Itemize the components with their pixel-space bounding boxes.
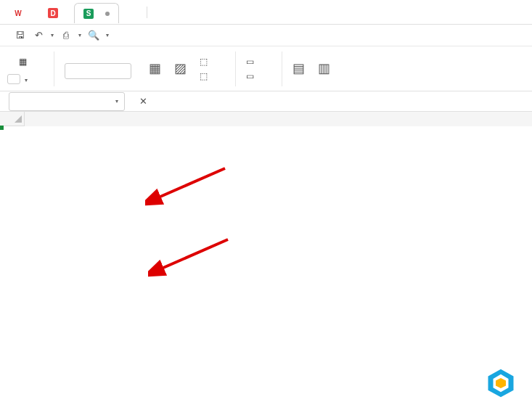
app-tab-workbook[interactable]: S [74,3,119,23]
hide-icon: ▨ [174,60,187,76]
divider [235,52,236,86]
select-all-corner[interactable] [0,112,25,126]
app-tab-wps[interactable]: W [4,3,36,23]
svg-line-0 [155,168,225,199]
group-icon: ▭ [246,57,254,67]
ungroup-button[interactable]: ▭ [246,71,258,81]
pivot-name-button[interactable] [7,74,20,84]
divider [147,7,147,18]
field-settings-icon: ▦ [149,60,161,76]
collapse-button[interactable]: ⬚ [200,71,212,81]
filter-conn-icon: ▥ [318,60,330,76]
name-box[interactable]: ▾ [9,92,125,111]
new-tab-button[interactable] [126,4,142,20]
annotation-arrow-icon [148,235,235,279]
svg-line-1 [158,239,228,270]
print-preview-icon[interactable]: 🔍 [87,29,100,42]
spreadsheet-icon: S [83,9,94,19]
undo-dropdown-icon[interactable]: ▾ [51,32,54,38]
filter-connection-button: ▥ [318,60,330,78]
template-icon: D [48,8,58,18]
divider [54,52,54,86]
print-dropdown-icon[interactable]: ▾ [78,32,81,38]
collapse-icon: ⬚ [200,71,208,81]
expand-icon: ⬚ [200,57,208,67]
slicer-icon: ▤ [292,60,305,76]
ungroup-icon: ▭ [246,71,254,81]
save-icon[interactable]: 🖫 [13,29,26,42]
print-icon[interactable]: ⎙ [60,29,73,42]
insert-slicer-button[interactable]: ▤ [292,60,305,78]
cancel-fx-icon[interactable]: ✕ [136,95,150,108]
group-button[interactable]: ▭ [246,57,258,67]
expand-button[interactable]: ⬚ [200,57,212,67]
fx-icon[interactable] [157,95,170,108]
chevron-down-icon[interactable]: ▾ [115,98,118,104]
modified-indicator-icon [105,12,110,16]
hide-button[interactable]: ▨ [174,60,187,78]
annotation-arrow-icon [145,164,232,208]
wps-icon: W [13,8,23,18]
pivot-name-icon[interactable]: ▦ [15,54,30,70]
field-settings-button[interactable]: ▦ [149,60,161,78]
divider [282,52,282,86]
watermark [486,368,522,398]
options-button[interactable]: ▾ [25,74,28,84]
app-tab-template[interactable]: D [39,3,71,23]
active-cell-outline [0,126,3,129]
active-field-input[interactable] [65,63,131,79]
preview-dropdown-icon[interactable]: ▾ [106,32,109,38]
watermark-logo-icon [486,368,516,398]
undo-icon[interactable]: ↶ [32,29,45,42]
